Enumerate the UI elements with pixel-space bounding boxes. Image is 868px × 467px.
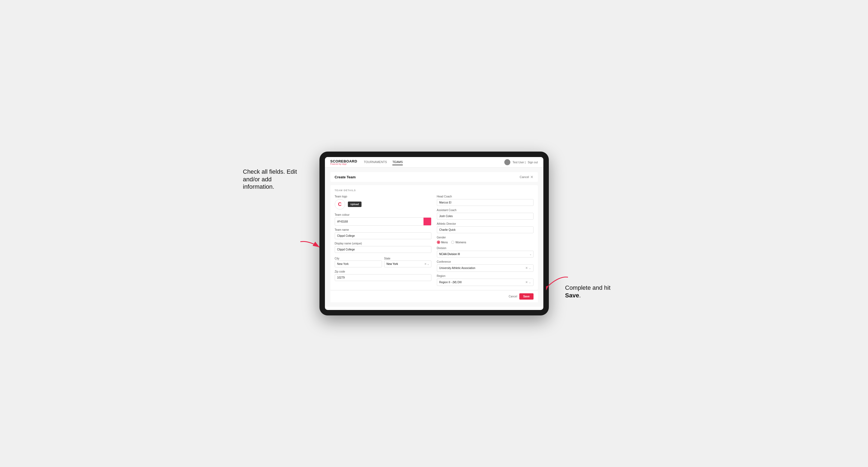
team-logo-group: Team logo C Upload: [335, 195, 431, 211]
display-name-label: Display name (unique): [335, 242, 431, 245]
athletic-director-label: Athletic Director: [437, 222, 533, 225]
annotation-left-text: Check all fields. Edit and/or add inform…: [243, 168, 303, 191]
tablet-screen: SCOREBOARD Powered by clippi TOURNAMENTS…: [325, 157, 544, 310]
zip-label: Zip code: [335, 270, 431, 273]
cancel-header-button[interactable]: Cancel ✕: [520, 175, 533, 179]
logo-sub: Powered by clippi: [330, 163, 358, 165]
page-title: Create Team: [335, 175, 356, 179]
conference-arrows-icon: ⌄: [529, 267, 531, 270]
gender-radio-group: Mens Womens: [437, 240, 533, 244]
womens-radio-dot: [451, 241, 454, 244]
assistant-coach-label: Assistant Coach: [437, 209, 533, 212]
arrow-right-icon: [546, 275, 571, 291]
footer-save-button[interactable]: Save: [519, 293, 533, 300]
gender-mens-option[interactable]: Mens: [437, 241, 448, 244]
cancel-x-icon: ✕: [530, 175, 533, 179]
footer-cancel-button[interactable]: Cancel: [509, 295, 517, 298]
conference-wrapper[interactable]: University Athletic Association ✕ ⌄: [437, 264, 533, 272]
team-logo-label: Team logo: [335, 195, 431, 198]
gender-label: Gender: [437, 236, 533, 239]
division-select[interactable]: NCAA Division III: [437, 251, 529, 257]
city-group: City: [335, 256, 382, 268]
color-input-wrapper: [335, 217, 431, 225]
city-input[interactable]: [335, 260, 382, 268]
main-content: Create Team Cancel ✕ TEAM DETAILS: [325, 168, 544, 307]
mens-radio-dot: [437, 241, 440, 244]
city-state-row: City State New York: [335, 256, 431, 268]
gender-womens-option[interactable]: Womens: [451, 241, 466, 244]
head-coach-label: Head Coach: [437, 195, 533, 198]
conference-clear-icon[interactable]: ✕: [525, 266, 528, 270]
nav-right: Test User | Sign out: [504, 159, 538, 165]
region-arrows-icon: ⌄: [529, 281, 531, 284]
city-state-group: City State New York: [335, 256, 431, 268]
select-icons: ✕ ⌄: [424, 262, 431, 266]
annotation-right-text: Complete and hit Save.: [565, 284, 625, 299]
head-coach-group: Head Coach: [437, 195, 533, 206]
section-label: TEAM DETAILS: [335, 189, 533, 192]
color-swatch[interactable]: [424, 218, 431, 225]
sign-out-link[interactable]: Sign out: [528, 161, 538, 164]
gender-mens-label: Mens: [441, 241, 448, 244]
app-logo: SCOREBOARD Powered by clippi: [330, 159, 358, 165]
display-name-group: Display name (unique): [335, 242, 431, 253]
assistant-coach-group: Assistant Coach: [437, 209, 533, 220]
division-group: Division NCAA Division III ⌄: [437, 247, 533, 257]
state-select-wrapper: New York ✕ ⌄: [384, 260, 431, 268]
athletic-director-group: Athletic Director: [437, 222, 533, 233]
region-value: Region II - (M) DIII: [439, 281, 524, 284]
nav-bar: SCOREBOARD Powered by clippi TOURNAMENTS…: [325, 157, 544, 168]
team-name-input[interactable]: [335, 232, 431, 239]
state-select[interactable]: New York: [384, 261, 424, 267]
annotation-right: Complete and hit Save.: [565, 284, 625, 299]
gender-womens-label: Womens: [456, 241, 466, 244]
state-group: State New York ✕ ⌄: [384, 256, 431, 268]
team-colour-group: Team colour: [335, 213, 431, 225]
state-label: State: [384, 257, 391, 260]
form-right-col: Head Coach Assistant Coach Athletic Dire…: [437, 195, 533, 286]
team-colour-label: Team colour: [335, 213, 431, 216]
user-avatar: [504, 159, 510, 165]
form-footer: Cancel Save: [330, 290, 538, 302]
division-arrow-icon: ⌄: [529, 253, 533, 256]
gender-group: Gender Mens Womens: [437, 236, 533, 244]
tablet-device: SCOREBOARD Powered by clippi TOURNAMENTS…: [319, 152, 549, 315]
division-dropdown-wrapper: NCAA Division III ⌄: [437, 251, 533, 257]
conference-label: Conference: [437, 260, 533, 263]
logo-text: SCOREBOARD: [330, 159, 358, 163]
region-clear-icon[interactable]: ✕: [525, 280, 528, 284]
form-grid: Team logo C Upload Team colour: [335, 195, 533, 286]
city-label: City: [335, 257, 339, 260]
assistant-coach-input[interactable]: [437, 213, 533, 220]
team-colour-input[interactable]: [335, 218, 424, 225]
division-label: Division: [437, 247, 533, 250]
nav-teams[interactable]: TEAMS: [392, 159, 403, 165]
zip-group: Zip code: [335, 270, 431, 281]
nav-items: TOURNAMENTS TEAMS: [364, 159, 498, 165]
region-wrapper[interactable]: Region II - (M) DIII ✕ ⌄: [437, 279, 533, 286]
athletic-director-input[interactable]: [437, 226, 533, 233]
conference-value: University Athletic Association: [439, 267, 524, 270]
team-logo-circle: C: [335, 199, 345, 210]
user-info: Test User |: [513, 161, 526, 164]
head-coach-input[interactable]: [437, 199, 533, 206]
nav-tournaments[interactable]: TOURNAMENTS: [364, 159, 387, 165]
zip-input[interactable]: [335, 274, 431, 281]
annotation-left: Check all fields. Edit and/or add inform…: [243, 168, 303, 191]
display-name-input[interactable]: [335, 246, 431, 253]
conference-group: Conference University Athletic Associati…: [437, 260, 533, 272]
region-group: Region Region II - (M) DIII ✕ ⌄: [437, 275, 533, 286]
form-left-col: Team logo C Upload Team colour: [335, 195, 431, 286]
upload-button[interactable]: Upload: [348, 201, 362, 207]
logo-upload-area: C Upload: [335, 199, 431, 210]
arrow-left-icon: [298, 239, 322, 255]
team-name-label: Team name: [335, 228, 431, 231]
page-header: Create Team Cancel ✕: [330, 172, 538, 182]
form-section: TEAM DETAILS Team logo C Upload: [330, 185, 538, 290]
region-label: Region: [437, 275, 533, 277]
team-name-group: Team name: [335, 228, 431, 239]
